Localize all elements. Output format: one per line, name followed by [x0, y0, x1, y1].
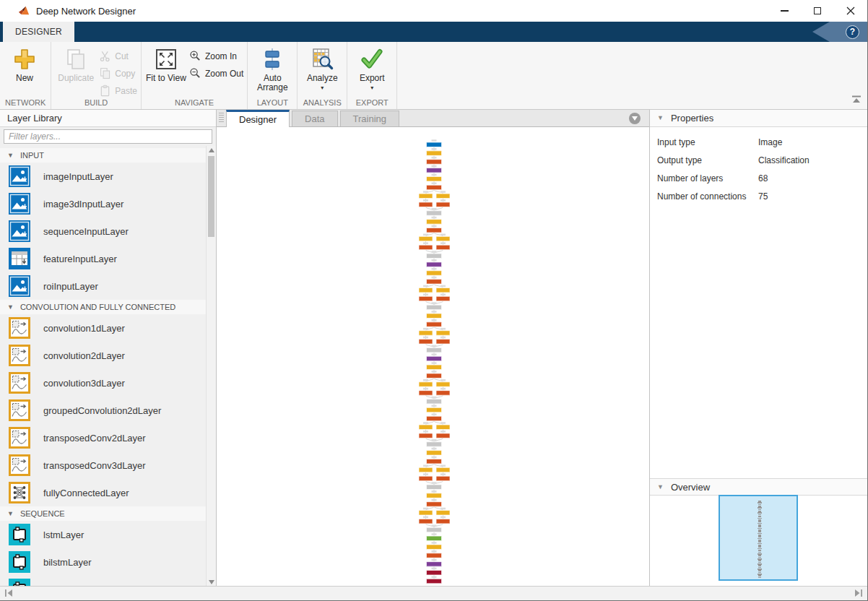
minimize-button[interactable]	[768, 0, 801, 22]
library-item-lstmLayer[interactable]: lstmLayer	[0, 521, 206, 548]
layer-block[interactable]	[436, 467, 450, 472]
layer-block[interactable]	[436, 245, 450, 250]
auto-arrange-button[interactable]: Auto Arrange	[251, 43, 293, 92]
layer-block[interactable]	[427, 280, 442, 285]
collapse-right-panel-icon[interactable]	[853, 587, 863, 600]
layer-block[interactable]	[419, 331, 433, 336]
layer-block[interactable]	[419, 296, 433, 301]
zoom-in-button[interactable]: Zoom In	[189, 50, 243, 62]
layer-block[interactable]	[427, 485, 442, 490]
layer-block[interactable]	[427, 271, 442, 276]
new-button[interactable]: New	[4, 43, 45, 83]
zoom-out-button[interactable]: Zoom Out	[189, 67, 243, 79]
layer-block[interactable]	[427, 262, 442, 267]
layer-block[interactable]	[436, 194, 450, 199]
layer-block[interactable]	[419, 476, 433, 481]
close-button[interactable]	[834, 0, 867, 22]
layer-block[interactable]	[419, 467, 433, 472]
section-header-sequence[interactable]: ▼SEQUENCE	[0, 506, 206, 521]
collapse-ribbon-icon[interactable]	[851, 94, 862, 107]
layer-block[interactable]	[419, 245, 433, 250]
network-canvas[interactable]	[217, 127, 649, 587]
library-item-partial[interactable]	[0, 576, 206, 587]
properties-header[interactable]: ▼ Properties	[650, 110, 868, 127]
layer-block[interactable]	[427, 168, 442, 173]
tab-designer[interactable]: DESIGNER	[3, 22, 74, 42]
layer-block[interactable]	[427, 536, 442, 541]
scroll-up-icon[interactable]	[207, 146, 216, 155]
section-header-convolution-and-fully-connected[interactable]: ▼CONVOLUTION AND FULLY CONNECTED	[0, 300, 206, 314]
library-item-featureInputLayer[interactable]: featureInputLayer	[0, 245, 206, 272]
library-item-fullyConnectedLayer[interactable]: fullyConnectedLayer	[0, 479, 206, 506]
export-button[interactable]: Export▾	[351, 43, 393, 91]
layer-block[interactable]	[427, 322, 442, 327]
layer-block[interactable]	[436, 382, 450, 387]
layer-block[interactable]	[436, 391, 450, 396]
library-item-sequenceInputLayer[interactable]: sequenceInputLayer	[0, 217, 206, 245]
layer-block[interactable]	[427, 185, 442, 190]
layer-block[interactable]	[427, 365, 442, 370]
layer-block[interactable]	[419, 340, 433, 345]
layer-block[interactable]	[427, 211, 442, 216]
library-item-groupedConvolution2dLayer[interactable]: groupedConvolution2dLayer	[0, 397, 206, 424]
layer-block[interactable]	[427, 562, 442, 567]
layer-block[interactable]	[436, 425, 450, 430]
layer-block[interactable]	[419, 511, 433, 516]
help-button[interactable]: ?	[846, 25, 859, 39]
layer-block[interactable]	[427, 571, 442, 576]
layer-block[interactable]	[419, 236, 433, 241]
layer-block[interactable]	[427, 399, 442, 405]
filter-layers-input[interactable]	[4, 129, 212, 144]
layer-block[interactable]	[436, 287, 450, 293]
layer-block[interactable]	[419, 194, 433, 199]
layer-block[interactable]	[419, 433, 433, 438]
analyze-button[interactable]: Analyze▾	[301, 43, 343, 91]
tab-list-menu-button[interactable]	[629, 113, 641, 124]
layer-block[interactable]	[419, 391, 433, 396]
layer-block[interactable]	[436, 331, 450, 336]
layer-block[interactable]	[427, 254, 442, 259]
layer-block[interactable]	[427, 459, 442, 464]
section-header-input[interactable]: ▼INPUT	[0, 148, 206, 163]
tab-data[interactable]: Data	[292, 111, 337, 126]
layer-block[interactable]	[427, 228, 442, 233]
layer-block[interactable]	[427, 160, 442, 165]
layer-block[interactable]	[419, 425, 433, 430]
layer-block[interactable]	[427, 407, 442, 412]
layer-block[interactable]	[427, 151, 442, 156]
library-item-transposedConv2dLayer[interactable]: transposedConv2dLayer	[0, 424, 206, 451]
layer-block[interactable]	[436, 340, 450, 345]
overview-viewport-rect[interactable]	[719, 495, 798, 581]
layer-block[interactable]	[427, 142, 442, 147]
tab-training[interactable]: Training	[340, 111, 399, 126]
layer-block[interactable]	[427, 502, 442, 507]
tab-designer[interactable]: Designer	[226, 110, 290, 127]
overview-header[interactable]: ▼ Overview	[650, 478, 868, 496]
layer-block[interactable]	[436, 511, 450, 516]
maximize-button[interactable]	[801, 0, 834, 22]
layer-block[interactable]	[419, 287, 433, 293]
layer-block[interactable]	[427, 416, 442, 421]
collapse-left-panel-icon[interactable]	[4, 587, 14, 600]
layer-block[interactable]	[436, 296, 450, 301]
layer-block[interactable]	[427, 442, 442, 447]
layer-block[interactable]	[427, 451, 442, 456]
library-item-convolution3dLayer[interactable]: convolution3dLayer	[0, 369, 206, 397]
library-item-transposedConv3dLayer[interactable]: transposedConv3dLayer	[0, 451, 206, 479]
layer-block[interactable]	[427, 579, 442, 584]
layer-block[interactable]	[436, 519, 450, 524]
layer-block[interactable]	[427, 545, 442, 550]
library-item-image3dInputLayer[interactable]: image3dInputLayer	[0, 190, 206, 217]
fit-to-view-button[interactable]: Fit to View	[145, 43, 187, 83]
layer-block[interactable]	[436, 433, 450, 438]
layer-block[interactable]	[436, 476, 450, 481]
library-item-bilstmLayer[interactable]: bilstmLayer	[0, 548, 206, 576]
library-item-convolution1dLayer[interactable]: convolution1dLayer	[0, 314, 206, 342]
library-item-convolution2dLayer[interactable]: convolution2dLayer	[0, 342, 206, 369]
library-item-imageInputLayer[interactable]: imageInputLayer	[0, 163, 206, 190]
layer-block[interactable]	[427, 356, 442, 361]
layer-block[interactable]	[427, 553, 442, 558]
layer-block[interactable]	[427, 527, 442, 532]
layer-block[interactable]	[427, 305, 442, 310]
layer-block[interactable]	[427, 176, 442, 181]
